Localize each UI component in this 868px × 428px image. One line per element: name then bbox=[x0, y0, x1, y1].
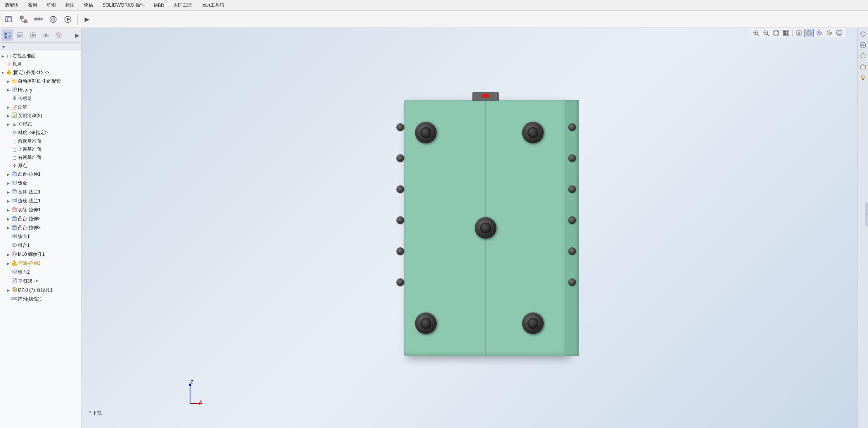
right-light-btn[interactable] bbox=[858, 73, 868, 82]
toolbar-mate[interactable] bbox=[17, 13, 30, 26]
fit-window-btn[interactable] bbox=[771, 29, 781, 37]
tree-material[interactable]: 材质 <未指定> bbox=[0, 128, 81, 137]
svg-rect-126 bbox=[862, 79, 864, 80]
side-bolt-1 bbox=[568, 123, 576, 131]
tab-feature-tree[interactable] bbox=[2, 29, 13, 41]
tab-property[interactable] bbox=[14, 29, 26, 41]
tree-arrow: ▶ bbox=[5, 226, 11, 230]
toolbar-pattern[interactable] bbox=[32, 13, 45, 26]
tree-boss-extrude1[interactable]: ▶ 凸台-拉伸1 bbox=[0, 170, 81, 179]
tree-sketch36[interactable]: 草图36 -> bbox=[0, 277, 81, 286]
view-orient-btn[interactable] bbox=[794, 29, 804, 37]
sketch-icon bbox=[11, 278, 18, 285]
tree-sensor[interactable]: 传感器 bbox=[0, 94, 81, 103]
zoom-out-btn[interactable] bbox=[761, 29, 771, 37]
svg-rect-96 bbox=[783, 30, 789, 36]
left-side-bolt-5 bbox=[396, 247, 404, 255]
menu-ican[interactable]: Ican工具箱 bbox=[200, 1, 226, 9]
menu-bar: 装配体 布局 草图 标注 评估 SOLIDWORKS 插件 MBD 大国工匠 I… bbox=[0, 0, 868, 11]
tree-base-flange1[interactable]: ▶ 基体-法兰1 bbox=[0, 188, 81, 197]
tree-boss-extrude2[interactable]: ▶ 凸台-拉伸2 bbox=[0, 214, 81, 223]
tree-right-plane[interactable]: ▶ ◻ 右视基准面 bbox=[0, 52, 81, 60]
tree-shoe-machine[interactable]: ▶ 📁 自动擦鞋机 中的配套 bbox=[0, 77, 81, 85]
tree-pattern-linear1[interactable]: 阵列(线性)1 bbox=[0, 295, 81, 304]
left-side-bolt-2 bbox=[396, 154, 404, 162]
tree-mirror2[interactable]: 镜向2 bbox=[0, 268, 81, 277]
svg-rect-83 bbox=[16, 297, 17, 300]
svg-marker-65 bbox=[15, 235, 17, 238]
menu-evaluate[interactable]: 评估 bbox=[82, 1, 95, 9]
left-side-bolt-3 bbox=[396, 185, 404, 193]
tree-shell-fixed[interactable]: ▼ ! (固定) 外壳<1> -> bbox=[0, 68, 81, 77]
tree-edge-flange1[interactable]: ▶ 边线-法兰1 bbox=[0, 197, 81, 205]
full-screen-btn[interactable] bbox=[782, 29, 791, 37]
display-mode-btn[interactable] bbox=[804, 29, 814, 37]
tree-right-plane-sub[interactable]: ◻ 右视基准面 bbox=[0, 154, 81, 162]
tab-display[interactable] bbox=[40, 29, 52, 41]
menu-solidworks-plugins[interactable]: SOLIDWORKS 插件 bbox=[101, 1, 146, 9]
menu-sketch[interactable]: 草图 bbox=[45, 1, 57, 9]
toolbar-insert-component[interactable] bbox=[2, 13, 16, 26]
svg-rect-8 bbox=[41, 18, 42, 20]
main-toolbar: ▶ bbox=[0, 11, 868, 28]
right-scene-btn[interactable] bbox=[858, 51, 868, 60]
tab-appearance[interactable] bbox=[53, 29, 64, 41]
viewport[interactable]: Z X * 下视 bbox=[81, 28, 857, 428]
appearance-btn[interactable] bbox=[814, 29, 824, 37]
panel-expand[interactable]: ▶ bbox=[75, 32, 80, 38]
tree-item-label: 原点 bbox=[18, 162, 81, 169]
warning-cut-icon: ! bbox=[11, 260, 18, 267]
tree-cut-extrude2[interactable]: ▶ ! 切除-拉伸2 bbox=[0, 259, 81, 268]
tab-config[interactable] bbox=[27, 29, 39, 41]
tree-item-label: 右视基准面 bbox=[12, 53, 81, 59]
tree-history[interactable]: ▶ History bbox=[0, 85, 81, 94]
3d-part-container bbox=[404, 100, 567, 356]
tree-top-plane[interactable]: ◻ 上视基准面 bbox=[0, 145, 81, 154]
scene-btn[interactable] bbox=[825, 29, 834, 37]
menu-mbd[interactable]: MBD bbox=[152, 2, 166, 9]
menu-assemby[interactable]: 装配体 bbox=[3, 1, 20, 9]
svg-rect-99 bbox=[784, 33, 786, 35]
zoom-in-btn[interactable] bbox=[751, 29, 761, 37]
svg-point-33 bbox=[57, 34, 59, 35]
tree-item-label: 凸台-拉伸2 bbox=[18, 216, 81, 222]
tree-origin-sub[interactable]: ✛ 原点 bbox=[0, 162, 81, 170]
svg-marker-73 bbox=[12, 270, 14, 273]
svg-point-125 bbox=[861, 76, 865, 79]
tree-dia-hole1[interactable]: ▶ Ø7.0 (7) 直径孔1 bbox=[0, 286, 81, 295]
toolbar-smart-fastener[interactable] bbox=[47, 13, 60, 26]
svg-rect-56 bbox=[12, 199, 16, 202]
tree-item-label: 自动擦鞋机 中的配套 bbox=[18, 78, 81, 85]
toolbar-motion-study[interactable] bbox=[61, 13, 74, 26]
toolbar-more[interactable]: ▶ bbox=[80, 13, 93, 26]
tree-cut-list[interactable]: ▶ 切割清单(8) bbox=[0, 111, 81, 120]
tree-thread-hole1[interactable]: ▶ M10 螺纹孔1 bbox=[0, 250, 81, 259]
tree-arrow: ▶ bbox=[5, 288, 11, 292]
tree-sheet-metal[interactable]: ▶ 钣金 bbox=[0, 179, 81, 188]
svg-point-117 bbox=[861, 32, 865, 36]
tree-annotation[interactable]: ▶ 📝 注解 bbox=[0, 103, 81, 111]
view-settings-btn[interactable] bbox=[835, 29, 844, 37]
right-camera-btn[interactable] bbox=[858, 62, 868, 71]
tree-origin[interactable]: ✛ 原点 bbox=[0, 60, 81, 68]
tree-combine1[interactable]: 组合1 bbox=[0, 241, 81, 250]
tree-equation[interactable]: ▶ fx 方程式 bbox=[0, 120, 81, 128]
bolt-center bbox=[475, 217, 496, 239]
menu-dagong[interactable]: 大国工匠 bbox=[172, 1, 194, 9]
tree-item-label: 边线-法兰1 bbox=[18, 198, 81, 204]
tree-boss-extrude3[interactable]: ▶ 凸台-拉伸3 bbox=[0, 223, 81, 232]
right-property-btn[interactable] bbox=[858, 40, 868, 50]
right-appearance-btn[interactable] bbox=[858, 29, 868, 39]
viewport-toolbar bbox=[750, 28, 846, 38]
tree-front-plane[interactable]: ◻ 前视基准面 bbox=[0, 137, 81, 145]
combine-icon bbox=[11, 242, 18, 249]
menu-annotation[interactable]: 标注 bbox=[64, 1, 76, 9]
left-panel: ▶ ▼ ▶ ◻ 右视基准面 ✛ 原点 ▼ bbox=[0, 28, 81, 428]
feature-tree: ▶ ◻ 右视基准面 ✛ 原点 ▼ ! (固定) 外壳<1> -> bbox=[0, 51, 81, 428]
tree-mirror1[interactable]: 镜向1 bbox=[0, 232, 81, 241]
svg-rect-50 bbox=[12, 173, 17, 176]
svg-text:!: ! bbox=[8, 71, 9, 74]
menu-layout[interactable]: 布局 bbox=[26, 1, 39, 9]
tree-cut-extrude1[interactable]: ▶ 切除-拉伸1 bbox=[0, 205, 81, 214]
svg-rect-124 bbox=[862, 64, 864, 66]
